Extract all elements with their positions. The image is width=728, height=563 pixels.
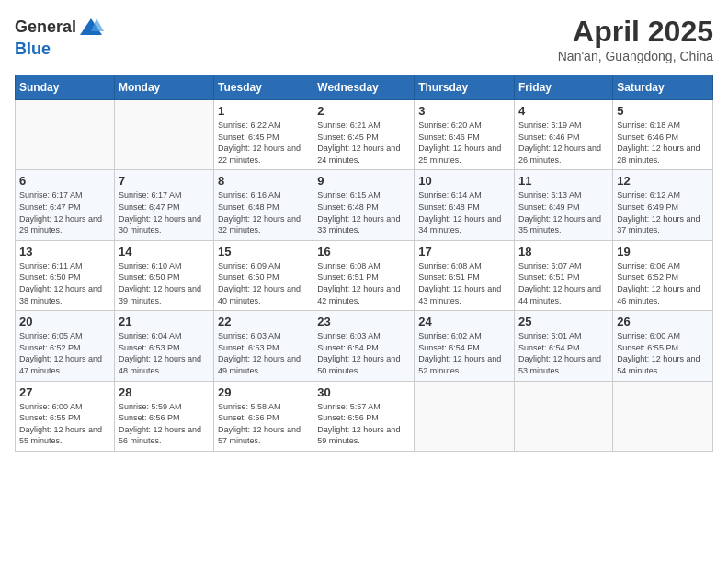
day-info: Sunrise: 6:17 AMSunset: 6:47 PMDaylight:… (119, 190, 210, 236)
calendar-cell: 27Sunrise: 6:00 AMSunset: 6:55 PMDayligh… (16, 381, 115, 451)
calendar-cell: 11Sunrise: 6:13 AMSunset: 6:49 PMDayligh… (515, 170, 613, 240)
day-number: 15 (218, 245, 309, 259)
calendar-cell: 8Sunrise: 6:16 AMSunset: 6:48 PMDaylight… (214, 170, 313, 240)
day-info: Sunrise: 5:59 AMSunset: 6:56 PMDaylight:… (119, 401, 210, 447)
header: General Blue April 2025 Nan'an, Guangdon… (15, 15, 713, 63)
day-number: 19 (617, 245, 709, 259)
calendar-table: SundayMondayTuesdayWednesdayThursdayFrid… (15, 75, 713, 452)
calendar-cell: 2Sunrise: 6:21 AMSunset: 6:45 PMDaylight… (313, 100, 415, 170)
title-location: Nan'an, Guangdong, China (558, 49, 713, 63)
day-number: 20 (19, 315, 110, 328)
day-info: Sunrise: 6:17 AMSunset: 6:47 PMDaylight:… (19, 190, 110, 236)
day-number: 1 (218, 104, 309, 118)
day-number: 22 (218, 315, 309, 328)
calendar-week-row: 20Sunrise: 6:05 AMSunset: 6:52 PMDayligh… (16, 311, 713, 381)
day-number: 23 (317, 315, 410, 328)
day-info: Sunrise: 6:08 AMSunset: 6:51 PMDaylight:… (418, 260, 510, 306)
day-number: 16 (317, 245, 410, 259)
day-number: 7 (119, 174, 210, 188)
calendar-cell: 29Sunrise: 5:58 AMSunset: 6:56 PMDayligh… (214, 381, 313, 451)
calendar-week-row: 6Sunrise: 6:17 AMSunset: 6:47 PMDaylight… (16, 170, 713, 240)
day-number: 12 (617, 174, 709, 188)
day-info: Sunrise: 6:09 AMSunset: 6:50 PMDaylight:… (218, 260, 309, 306)
calendar-cell: 6Sunrise: 6:17 AMSunset: 6:47 PMDaylight… (16, 170, 115, 240)
calendar-cell: 4Sunrise: 6:19 AMSunset: 6:46 PMDaylight… (515, 100, 613, 170)
day-number: 17 (418, 245, 510, 259)
day-number: 9 (317, 174, 410, 188)
calendar-cell: 16Sunrise: 6:08 AMSunset: 6:51 PMDayligh… (313, 240, 415, 310)
calendar-cell: 17Sunrise: 6:08 AMSunset: 6:51 PMDayligh… (415, 240, 515, 310)
calendar-cell: 5Sunrise: 6:18 AMSunset: 6:46 PMDaylight… (613, 100, 713, 170)
calendar-cell: 30Sunrise: 5:57 AMSunset: 6:56 PMDayligh… (313, 381, 415, 451)
day-info: Sunrise: 5:58 AMSunset: 6:56 PMDaylight:… (218, 401, 309, 447)
calendar-week-row: 13Sunrise: 6:11 AMSunset: 6:50 PMDayligh… (16, 240, 713, 310)
day-info: Sunrise: 6:07 AMSunset: 6:51 PMDaylight:… (518, 260, 609, 306)
day-number: 10 (418, 174, 510, 188)
day-number: 3 (418, 104, 510, 118)
calendar-cell (16, 100, 115, 170)
calendar-week-row: 1Sunrise: 6:22 AMSunset: 6:45 PMDaylight… (16, 100, 713, 170)
calendar-header-row: SundayMondayTuesdayWednesdayThursdayFrid… (16, 75, 713, 100)
day-header-thursday: Thursday (415, 75, 515, 100)
calendar-cell: 10Sunrise: 6:14 AMSunset: 6:48 PMDayligh… (415, 170, 515, 240)
day-info: Sunrise: 5:57 AMSunset: 6:56 PMDaylight:… (317, 401, 410, 447)
day-info: Sunrise: 6:13 AMSunset: 6:49 PMDaylight:… (518, 190, 609, 236)
day-number: 2 (317, 104, 410, 118)
calendar-cell: 18Sunrise: 6:07 AMSunset: 6:51 PMDayligh… (515, 240, 613, 310)
day-info: Sunrise: 6:15 AMSunset: 6:48 PMDaylight:… (317, 190, 410, 236)
day-info: Sunrise: 6:03 AMSunset: 6:54 PMDaylight:… (317, 330, 410, 376)
calendar-cell (613, 381, 713, 451)
day-number: 29 (218, 385, 309, 399)
day-info: Sunrise: 6:00 AMSunset: 6:55 PMDaylight:… (19, 401, 110, 447)
day-header-wednesday: Wednesday (313, 75, 415, 100)
calendar-cell (415, 381, 515, 451)
calendar-cell: 9Sunrise: 6:15 AMSunset: 6:48 PMDaylight… (313, 170, 415, 240)
day-number: 21 (119, 315, 210, 328)
day-info: Sunrise: 6:18 AMSunset: 6:46 PMDaylight:… (617, 120, 709, 166)
day-info: Sunrise: 6:04 AMSunset: 6:53 PMDaylight:… (119, 330, 210, 376)
day-info: Sunrise: 6:16 AMSunset: 6:48 PMDaylight:… (218, 190, 309, 236)
day-number: 13 (19, 245, 110, 259)
day-number: 28 (119, 385, 210, 399)
day-info: Sunrise: 6:02 AMSunset: 6:54 PMDaylight:… (418, 330, 510, 376)
day-number: 27 (19, 385, 110, 399)
day-info: Sunrise: 6:12 AMSunset: 6:49 PMDaylight:… (617, 190, 709, 236)
day-number: 26 (617, 315, 709, 328)
day-info: Sunrise: 6:03 AMSunset: 6:53 PMDaylight:… (218, 330, 309, 376)
day-info: Sunrise: 6:11 AMSunset: 6:50 PMDaylight:… (19, 260, 110, 306)
day-info: Sunrise: 6:08 AMSunset: 6:51 PMDaylight:… (317, 260, 410, 306)
logo-blue: Blue (15, 40, 51, 58)
calendar-cell: 22Sunrise: 6:03 AMSunset: 6:53 PMDayligh… (214, 311, 313, 381)
day-number: 24 (418, 315, 510, 328)
calendar-cell: 1Sunrise: 6:22 AMSunset: 6:45 PMDaylight… (214, 100, 313, 170)
calendar-cell: 26Sunrise: 6:00 AMSunset: 6:55 PMDayligh… (613, 311, 713, 381)
calendar-cell (515, 381, 613, 451)
calendar-cell: 23Sunrise: 6:03 AMSunset: 6:54 PMDayligh… (313, 311, 415, 381)
calendar-cell: 12Sunrise: 6:12 AMSunset: 6:49 PMDayligh… (613, 170, 713, 240)
calendar-week-row: 27Sunrise: 6:00 AMSunset: 6:55 PMDayligh… (16, 381, 713, 451)
calendar-cell (114, 100, 213, 170)
day-number: 25 (518, 315, 609, 328)
day-info: Sunrise: 6:20 AMSunset: 6:46 PMDaylight:… (418, 120, 510, 166)
day-info: Sunrise: 6:00 AMSunset: 6:55 PMDaylight:… (617, 330, 709, 376)
calendar-cell: 21Sunrise: 6:04 AMSunset: 6:53 PMDayligh… (114, 311, 213, 381)
day-header-monday: Monday (114, 75, 213, 100)
calendar-cell: 24Sunrise: 6:02 AMSunset: 6:54 PMDayligh… (415, 311, 515, 381)
day-info: Sunrise: 6:05 AMSunset: 6:52 PMDaylight:… (19, 330, 110, 376)
calendar-cell: 7Sunrise: 6:17 AMSunset: 6:47 PMDaylight… (114, 170, 213, 240)
calendar-cell: 19Sunrise: 6:06 AMSunset: 6:52 PMDayligh… (613, 240, 713, 310)
calendar-cell: 25Sunrise: 6:01 AMSunset: 6:54 PMDayligh… (515, 311, 613, 381)
day-info: Sunrise: 6:22 AMSunset: 6:45 PMDaylight:… (218, 120, 309, 166)
calendar-cell: 13Sunrise: 6:11 AMSunset: 6:50 PMDayligh… (16, 240, 115, 310)
day-number: 11 (518, 174, 609, 188)
day-header-tuesday: Tuesday (214, 75, 313, 100)
day-number: 5 (617, 104, 709, 118)
calendar-cell: 14Sunrise: 6:10 AMSunset: 6:50 PMDayligh… (114, 240, 213, 310)
day-number: 6 (19, 174, 110, 188)
day-header-friday: Friday (515, 75, 613, 100)
calendar-cell: 3Sunrise: 6:20 AMSunset: 6:46 PMDaylight… (415, 100, 515, 170)
day-info: Sunrise: 6:06 AMSunset: 6:52 PMDaylight:… (617, 260, 709, 306)
day-info: Sunrise: 6:19 AMSunset: 6:46 PMDaylight:… (518, 120, 609, 166)
logo: General Blue (15, 15, 104, 59)
calendar-cell: 28Sunrise: 5:59 AMSunset: 6:56 PMDayligh… (114, 381, 213, 451)
